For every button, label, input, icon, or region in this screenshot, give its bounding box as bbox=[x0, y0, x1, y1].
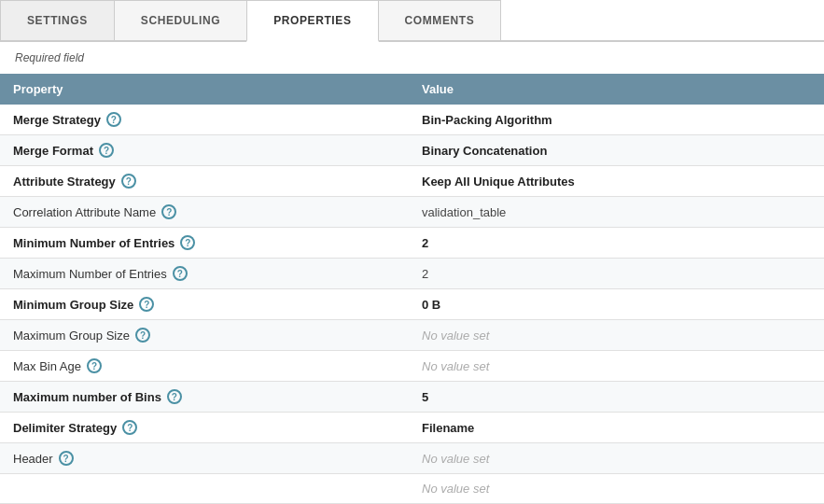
table-row: Merge Format?Binary Concatenation bbox=[0, 135, 824, 166]
action-cell bbox=[785, 382, 824, 413]
property-name: Merge Strategy bbox=[13, 113, 101, 127]
value-cell: validation_table bbox=[409, 197, 785, 228]
action-cell bbox=[785, 351, 824, 382]
required-field-note: Required field bbox=[0, 42, 824, 74]
info-icon[interactable]: ? bbox=[139, 297, 154, 312]
property-value: validation_table bbox=[422, 205, 506, 219]
column-header-property: Property bbox=[0, 74, 409, 105]
action-cell bbox=[785, 105, 824, 135]
property-value: No value set bbox=[422, 482, 489, 496]
property-value: 2 bbox=[422, 267, 428, 281]
table-row: Maximum number of Bins?5 bbox=[0, 382, 824, 413]
action-cell bbox=[785, 135, 824, 166]
info-icon[interactable]: ? bbox=[106, 112, 121, 127]
value-cell: Keep All Unique Attributes bbox=[409, 166, 785, 197]
tab-settings[interactable]: SETTINGS bbox=[0, 0, 115, 40]
property-value: No value set bbox=[422, 359, 489, 373]
action-cell bbox=[785, 320, 824, 351]
info-icon[interactable]: ? bbox=[122, 420, 137, 435]
property-cell: Minimum Group Size? bbox=[0, 289, 409, 320]
table-row: Minimum Group Size?0 B bbox=[0, 289, 824, 320]
property-cell: Maximum Number of Entries? bbox=[0, 259, 409, 289]
column-header-value: Value bbox=[409, 74, 785, 105]
property-cell: Merge Strategy? bbox=[0, 105, 409, 135]
tab-scheduling[interactable]: SCHEDULING bbox=[114, 0, 247, 40]
properties-table: Property Value Merge Strategy?Bin-Packin… bbox=[0, 74, 824, 504]
tab-properties[interactable]: PROPERTIES bbox=[246, 0, 378, 42]
action-cell bbox=[785, 228, 824, 259]
value-cell: No value set bbox=[409, 351, 785, 382]
table-row: Delimiter Strategy?Filename bbox=[0, 413, 824, 443]
property-value: 2 bbox=[422, 236, 428, 250]
info-icon[interactable]: ? bbox=[87, 358, 102, 373]
table-header-row: Property Value bbox=[0, 74, 824, 105]
value-cell: 5 bbox=[409, 382, 785, 413]
property-name: Maximum number of Bins bbox=[13, 390, 161, 404]
info-icon[interactable]: ? bbox=[99, 143, 114, 158]
property-value: No value set bbox=[422, 452, 489, 466]
property-name: Maximum Number of Entries bbox=[13, 267, 167, 281]
property-name: Minimum Number of Entries bbox=[13, 236, 175, 250]
action-cell bbox=[785, 474, 824, 504]
property-value: 5 bbox=[422, 390, 428, 404]
table-row: No value set bbox=[0, 474, 824, 504]
table-row: Maximum Group Size?No value set bbox=[0, 320, 824, 351]
property-cell: Attribute Strategy? bbox=[0, 166, 409, 197]
value-cell: No value set bbox=[409, 320, 785, 351]
value-cell: Bin-Packing Algorithm bbox=[409, 105, 785, 135]
action-cell bbox=[785, 289, 824, 320]
table-row: Max Bin Age?No value set bbox=[0, 351, 824, 382]
info-icon[interactable]: ? bbox=[173, 266, 188, 281]
property-name: Merge Format bbox=[13, 144, 93, 158]
property-value: Keep All Unique Attributes bbox=[422, 175, 575, 189]
action-cell bbox=[785, 259, 824, 289]
property-name: Maximum Group Size bbox=[13, 329, 130, 343]
value-cell: 2 bbox=[409, 228, 785, 259]
property-name: Max Bin Age bbox=[13, 359, 81, 373]
property-value: Filename bbox=[422, 421, 474, 435]
property-cell: Correlation Attribute Name? bbox=[0, 197, 409, 228]
info-icon[interactable]: ? bbox=[180, 235, 195, 250]
table-row: Minimum Number of Entries?2 bbox=[0, 228, 824, 259]
action-cell bbox=[785, 443, 824, 474]
info-icon[interactable]: ? bbox=[121, 174, 136, 189]
value-cell: Filename bbox=[409, 413, 785, 443]
table-row: Header?No value set bbox=[0, 443, 824, 474]
property-cell: Header? bbox=[0, 443, 409, 474]
tab-bar: SETTINGS SCHEDULING PROPERTIES COMMENTS bbox=[0, 0, 824, 42]
table-row: Correlation Attribute Name?validation_ta… bbox=[0, 197, 824, 228]
property-name: Header bbox=[13, 452, 53, 466]
table-row: Maximum Number of Entries?2 bbox=[0, 259, 824, 289]
property-value: Binary Concatenation bbox=[422, 144, 547, 158]
action-cell bbox=[785, 413, 824, 443]
info-icon[interactable]: ? bbox=[59, 451, 74, 466]
property-cell: Delimiter Strategy? bbox=[0, 413, 409, 443]
info-icon[interactable]: ? bbox=[135, 328, 150, 343]
value-cell: No value set bbox=[409, 474, 785, 504]
value-cell: Binary Concatenation bbox=[409, 135, 785, 166]
property-cell bbox=[0, 474, 409, 504]
action-cell bbox=[785, 197, 824, 228]
tab-comments[interactable]: COMMENTS bbox=[378, 0, 502, 40]
table-row: Attribute Strategy?Keep All Unique Attri… bbox=[0, 166, 824, 197]
action-cell bbox=[785, 166, 824, 197]
property-cell: Merge Format? bbox=[0, 135, 409, 166]
property-cell: Maximum number of Bins? bbox=[0, 382, 409, 413]
property-name: Attribute Strategy bbox=[13, 175, 116, 189]
property-value: Bin-Packing Algorithm bbox=[422, 113, 552, 127]
property-name: Correlation Attribute Name bbox=[13, 205, 156, 219]
property-cell: Maximum Group Size? bbox=[0, 320, 409, 351]
property-value: No value set bbox=[422, 329, 489, 343]
property-name: Delimiter Strategy bbox=[13, 421, 117, 435]
property-value: 0 B bbox=[422, 298, 440, 312]
property-name: Minimum Group Size bbox=[13, 298, 133, 312]
value-cell: 0 B bbox=[409, 289, 785, 320]
table-row: Merge Strategy?Bin-Packing Algorithm bbox=[0, 105, 824, 135]
property-cell: Max Bin Age? bbox=[0, 351, 409, 382]
info-icon[interactable]: ? bbox=[167, 389, 182, 404]
value-cell: No value set bbox=[409, 443, 785, 474]
info-icon[interactable]: ? bbox=[161, 204, 176, 219]
property-cell: Minimum Number of Entries? bbox=[0, 228, 409, 259]
column-header-action bbox=[785, 74, 824, 105]
value-cell: 2 bbox=[409, 259, 785, 289]
